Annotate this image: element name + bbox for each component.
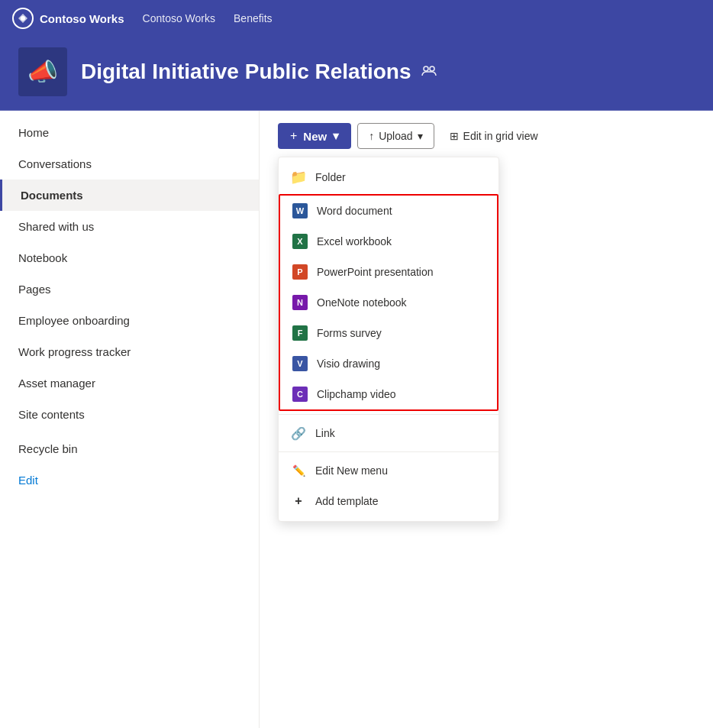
svg-point-1 — [21, 16, 25, 21]
dropdown-item-excel[interactable]: X Excel workbook — [280, 226, 497, 257]
sidebar-item-edit[interactable]: Edit — [0, 464, 259, 496]
upload-chevron-icon: ▾ — [418, 130, 423, 142]
svg-point-2 — [424, 66, 428, 71]
forms-icon: F — [292, 325, 308, 341]
sidebar-item-employee-onboarding[interactable]: Employee onboarding — [0, 305, 259, 336]
link-label: Link — [315, 427, 335, 439]
upload-button-label: Upload — [379, 130, 412, 142]
excel-icon: X — [292, 234, 308, 249]
content-area: + New ▾ ↑ Upload ▾ ⊞ Edit in grid view 📁… — [260, 111, 713, 728]
clipchamp-icon: C — [292, 387, 308, 402]
toolbar: + New ▾ ↑ Upload ▾ ⊞ Edit in grid view 📁… — [278, 123, 695, 149]
sidebar-item-work-progress[interactable]: Work progress tracker — [0, 336, 259, 367]
site-logo-nav[interactable]: Contoso Works — [12, 8, 124, 29]
powerpoint-icon: P — [292, 264, 308, 280]
sidebar-item-home[interactable]: Home — [0, 117, 259, 148]
onenote-label: OneNote notebook — [317, 296, 407, 309]
divider — [279, 414, 498, 415]
grid-button-label: Edit in grid view — [463, 130, 538, 142]
nav-link-benefits[interactable]: Benefits — [234, 12, 273, 24]
grid-icon: ⊞ — [450, 130, 459, 142]
visio-label: Visio drawing — [317, 358, 380, 370]
folder-label: Folder — [315, 171, 346, 183]
upload-icon: ↑ — [369, 130, 374, 142]
upload-button[interactable]: ↑ Upload ▾ — [357, 123, 434, 149]
nav-link-contosoworks[interactable]: Contoso Works — [143, 12, 215, 24]
new-dropdown-menu: 📁 Folder W Word document X Excel workboo… — [278, 157, 499, 522]
site-settings-icon[interactable] — [421, 62, 437, 83]
sidebar-item-documents[interactable]: Documents — [0, 180, 259, 211]
folder-icon: 📁 — [291, 170, 306, 185]
site-logo: 📣 — [18, 47, 67, 96]
dropdown-item-folder[interactable]: 📁 Folder — [279, 162, 498, 193]
dropdown-item-add-template[interactable]: + Add template — [279, 486, 498, 516]
edit-grid-button[interactable]: ⊞ Edit in grid view — [440, 124, 547, 148]
onenote-icon: N — [292, 295, 308, 310]
dropdown-item-powerpoint[interactable]: P PowerPoint presentation — [280, 257, 497, 287]
dropdown-item-link[interactable]: 🔗 Link — [279, 418, 498, 448]
ppt-label: PowerPoint presentation — [317, 266, 434, 278]
main-layout: Home Conversations Documents Shared with… — [0, 111, 713, 728]
office-apps-group: W Word document X Excel workbook P Power… — [279, 194, 498, 411]
dropdown-item-onenote[interactable]: N OneNote notebook — [280, 287, 497, 318]
new-plus-icon: + — [290, 129, 297, 143]
sidebar-item-recycle-bin[interactable]: Recycle bin — [0, 433, 259, 464]
word-label: Word document — [317, 205, 392, 217]
sidebar-item-shared[interactable]: Shared with us — [0, 211, 259, 242]
word-icon: W — [292, 203, 308, 218]
svg-point-3 — [430, 66, 434, 71]
sidebar-item-conversations[interactable]: Conversations — [0, 148, 259, 180]
visio-icon: V — [292, 356, 308, 371]
edit-menu-label: Edit New menu — [315, 464, 388, 477]
new-button-label: New — [303, 130, 327, 143]
sidebar-item-notebook[interactable]: Notebook — [0, 242, 259, 273]
add-template-label: Add template — [315, 495, 379, 507]
dropdown-item-word[interactable]: W Word document — [280, 196, 497, 226]
excel-label: Excel workbook — [317, 235, 392, 248]
site-title-text: Digital Initiative Public Relations — [81, 60, 411, 84]
top-navigation: Contoso Works Contoso Works Benefits — [0, 0, 713, 37]
dropdown-item-clipchamp[interactable]: C Clipchamp video — [280, 379, 497, 409]
sidebar: Home Conversations Documents Shared with… — [0, 111, 260, 728]
sidebar-item-pages[interactable]: Pages — [0, 273, 259, 305]
add-template-icon: + — [291, 493, 306, 509]
site-header: 📣 Digital Initiative Public Relations — [0, 37, 713, 111]
site-title: Digital Initiative Public Relations — [81, 60, 437, 84]
sidebar-item-asset-manager[interactable]: Asset manager — [0, 367, 259, 399]
dropdown-item-edit-menu[interactable]: ✏️ Edit New menu — [279, 455, 498, 486]
forms-label: Forms survey — [317, 327, 382, 339]
divider-2 — [279, 451, 498, 452]
dropdown-item-visio[interactable]: V Visio drawing — [280, 348, 497, 379]
link-icon: 🔗 — [291, 425, 306, 441]
nav-site-name: Contoso Works — [40, 12, 124, 25]
clipchamp-label: Clipchamp video — [317, 388, 396, 400]
dropdown-item-forms[interactable]: F Forms survey — [280, 318, 497, 348]
new-chevron-icon: ▾ — [333, 129, 339, 143]
new-button[interactable]: + New ▾ — [278, 123, 351, 149]
edit-pencil-icon: ✏️ — [291, 463, 306, 478]
sidebar-item-site-contents[interactable]: Site contents — [0, 399, 259, 430]
